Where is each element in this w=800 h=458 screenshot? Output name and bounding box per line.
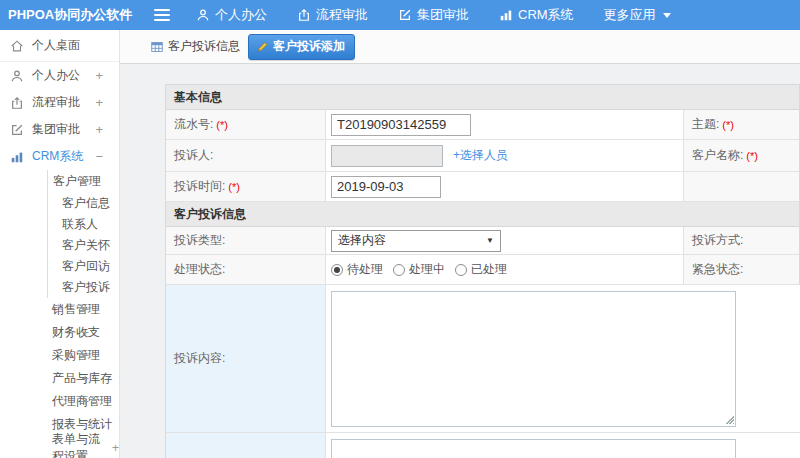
expand-toggle[interactable]: + xyxy=(95,122,103,137)
form-row-content: 投诉内容: xyxy=(166,285,799,433)
expand-toggle[interactable]: + xyxy=(81,302,89,317)
expand-toggle[interactable]: + xyxy=(95,68,103,83)
sidebar-item-label: CRM系统 xyxy=(32,148,83,165)
topbar: PHPOA协同办公软件 个人办公 流程审批 集团审批 CRM系统 更多应用 xyxy=(0,0,800,30)
sidebar-item-label: 财务收支 xyxy=(52,324,100,341)
sidebar-item-label: 客户投诉 xyxy=(62,279,110,296)
expand-toggle[interactable]: + xyxy=(81,348,89,363)
radio-unselected-icon xyxy=(393,264,405,276)
radio-unselected-icon xyxy=(455,264,467,276)
topnav-workflow-approval[interactable]: 流程审批 xyxy=(297,6,368,24)
sidebar-item-customer-management[interactable]: 客户管理 − xyxy=(48,170,119,193)
home-icon xyxy=(10,39,24,53)
user-icon xyxy=(196,8,210,22)
sidebar-item-label: 客户回访 xyxy=(62,258,110,275)
sidebar-item-label: 表单与流程设置 xyxy=(52,431,111,458)
sidebar-item-agent-management[interactable]: 代理商管理 + xyxy=(0,390,119,413)
expand-toggle[interactable]: + xyxy=(81,371,89,386)
sidebar-item-label: 客户信息 xyxy=(62,195,110,212)
sidebar-item-products-inventory[interactable]: 产品与库存 + xyxy=(0,367,119,390)
sidebar-item-sales-management[interactable]: 销售管理 + xyxy=(0,298,119,321)
chart-icon xyxy=(10,150,24,164)
radio-label: 已处理 xyxy=(471,261,507,278)
form-row-complainant: 投诉人: +选择人员 客户名称:(*) xyxy=(166,140,799,172)
sidebar-item-desktop[interactable]: 个人桌面 xyxy=(0,30,119,62)
complaint-type-select[interactable]: 选择内容 ▼ xyxy=(331,230,501,252)
sidebar-item-procurement[interactable]: 采购管理 + xyxy=(0,344,119,367)
complaint-time-label: 投诉时间:(*) xyxy=(166,172,326,201)
expand-toggle[interactable]: + xyxy=(81,394,89,409)
tab-complaint-list[interactable]: 客户投诉信息 xyxy=(150,38,240,55)
app-logo: PHPOA协同办公软件 xyxy=(0,6,120,24)
topnav-more-apps[interactable]: 更多应用 xyxy=(604,6,671,24)
topnav-label: 更多应用 xyxy=(604,6,656,24)
complaint-content-textarea[interactable] xyxy=(331,291,736,427)
collapse-toggle[interactable]: − xyxy=(81,174,89,189)
top-nav: 个人办公 流程审批 集团审批 CRM系统 更多应用 xyxy=(196,6,701,24)
topnav-label: 集团审批 xyxy=(417,6,469,24)
edit-icon xyxy=(10,123,24,137)
serial-input[interactable] xyxy=(331,114,471,136)
required-mark: (*) xyxy=(228,181,240,193)
sidebar-item-label: 销售管理 xyxy=(52,301,100,318)
topnav-personal-office[interactable]: 个人办公 xyxy=(196,6,267,24)
radio-label: 待处理 xyxy=(347,261,383,278)
radio-processing[interactable]: 处理中 xyxy=(393,261,445,278)
empty-cell xyxy=(684,172,799,201)
complaint-method-label: 投诉方式: xyxy=(684,227,799,254)
sidebar-item-group-approval[interactable]: 集团审批 + xyxy=(0,116,119,143)
expand-toggle[interactable]: + xyxy=(95,95,103,110)
sidebar-item-label: 客户关怀 xyxy=(62,237,110,254)
choose-person-link[interactable]: +选择人员 xyxy=(453,147,508,164)
sidebar: 个人桌面 个人办公 + 流程审批 + 集团审批 + CRM系统 − 客户管理 − xyxy=(0,30,120,458)
radio-processed[interactable]: 已处理 xyxy=(455,261,507,278)
form-row-complaint-type: 投诉类型: 选择内容 ▼ 投诉方式: xyxy=(166,227,799,255)
edit-icon xyxy=(398,8,412,22)
topnav-group-approval[interactable]: 集团审批 xyxy=(398,6,469,24)
collapse-toggle[interactable]: − xyxy=(95,149,103,164)
customer-name-label: 客户名称:(*) xyxy=(684,140,799,171)
topnav-label: 个人办公 xyxy=(215,6,267,24)
tab-complaint-add[interactable]: 客户投诉添加 xyxy=(248,34,355,60)
required-mark: (*) xyxy=(722,119,734,131)
flow-icon xyxy=(297,8,311,22)
complainant-input xyxy=(331,145,443,167)
sidebar-item-workflow-approval[interactable]: 流程审批 + xyxy=(0,89,119,116)
radio-selected-icon xyxy=(331,264,343,276)
sidebar-item-customer-info[interactable]: 客户信息 xyxy=(48,193,119,214)
expand-toggle[interactable]: + xyxy=(112,441,119,455)
sidebar-item-customer-revisit[interactable]: 客户回访 xyxy=(48,256,119,277)
customer-management-group: 客户管理 − 客户信息 联系人 客户关怀 客户回访 客户投诉 xyxy=(47,170,119,298)
sidebar-item-label: 采购管理 xyxy=(52,347,100,364)
tab-label: 客户投诉添加 xyxy=(273,38,345,55)
complaint-time-input[interactable] xyxy=(331,176,441,198)
table-icon xyxy=(150,40,164,54)
expand-toggle[interactable]: + xyxy=(81,325,89,340)
resize-grip-icon[interactable] xyxy=(725,415,734,424)
sidebar-item-crm[interactable]: CRM系统 − xyxy=(0,143,119,170)
sidebar-item-personal-office[interactable]: 个人办公 + xyxy=(0,62,119,89)
sidebar-item-form-flow-settings[interactable]: 表单与流程设置 + xyxy=(0,436,119,458)
sidebar-item-customer-complaint[interactable]: 客户投诉 xyxy=(48,277,119,298)
urgency-label: 紧急状态: xyxy=(684,255,799,284)
sidebar-item-customer-care[interactable]: 客户关怀 xyxy=(48,235,119,256)
pencil-icon xyxy=(256,40,269,53)
form-row-complaint-time: 投诉时间:(*) xyxy=(166,172,799,202)
complainant-label: 投诉人: xyxy=(166,140,326,171)
subject-label: 主题:(*) xyxy=(684,110,799,139)
extra-textarea[interactable] xyxy=(331,439,736,458)
radio-label: 处理中 xyxy=(409,261,445,278)
menu-toggle-icon[interactable] xyxy=(154,6,170,24)
sidebar-item-label: 个人办公 xyxy=(32,67,80,84)
form-row-extra xyxy=(166,433,799,458)
sidebar-item-label: 客户管理 xyxy=(53,173,101,190)
sidebar-item-contacts[interactable]: 联系人 xyxy=(48,214,119,235)
caret-down-icon xyxy=(663,13,671,18)
content-label: 投诉内容: xyxy=(166,285,326,432)
topnav-label: 流程审批 xyxy=(316,6,368,24)
sidebar-item-finance[interactable]: 财务收支 + xyxy=(0,321,119,344)
extra-label xyxy=(166,433,326,458)
required-mark: (*) xyxy=(746,150,758,162)
radio-pending[interactable]: 待处理 xyxy=(331,261,383,278)
topnav-crm[interactable]: CRM系统 xyxy=(499,6,574,24)
